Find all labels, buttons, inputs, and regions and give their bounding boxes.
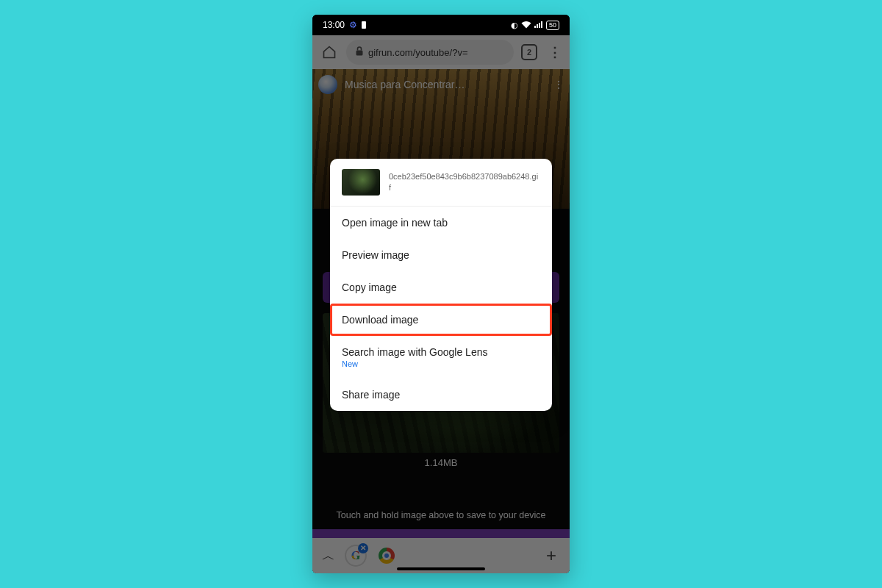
gesture-nav-pill[interactable] [397, 567, 485, 570]
tabs-button[interactable]: 2 [521, 44, 537, 60]
menu-item-copy-image[interactable]: Copy image [330, 271, 552, 304]
chrome-app-icon[interactable] [379, 548, 395, 564]
video-title: Musica para Concentrar… [345, 79, 465, 90]
battery-indicator: 50 [546, 21, 559, 30]
image-context-menu: 0ceb23ef50e843c9b6b8237089ab6248.gif Ope… [330, 159, 552, 411]
status-time: 13:00 [323, 20, 345, 30]
phone-frame: 13:00 ⚙ ◐ 50 gifrun.com/youtu [312, 15, 570, 573]
wifi-icon [521, 21, 531, 30]
signal-icon [534, 21, 543, 29]
url-text: gifrun.com/youtube/?v= [368, 47, 468, 58]
home-button[interactable] [317, 40, 342, 65]
status-bar: 13:00 ⚙ ◐ 50 [312, 15, 570, 35]
lock-icon [355, 46, 364, 58]
menu-item-preview-image[interactable]: Preview image [330, 239, 552, 271]
google-app-icon[interactable]: GGGG ✕ [345, 545, 367, 567]
svg-rect-3 [541, 21, 542, 28]
menu-item-download-image[interactable]: Download image [330, 304, 552, 336]
chrome-menu-button[interactable]: ⋮ [545, 44, 565, 60]
channel-avatar[interactable] [318, 75, 337, 94]
file-size-label: 1.14MB [312, 457, 570, 468]
chrome-toolbar: gifrun.com/youtube/?v= 2 ⋮ [312, 35, 570, 69]
save-hint: Touch and hold image above to save to yo… [312, 510, 570, 520]
key-icon [362, 21, 366, 29]
context-menu-thumbnail [342, 169, 380, 196]
new-tab-button[interactable]: + [539, 545, 564, 566]
settings-icon: ⚙ [349, 20, 357, 30]
video-more-button[interactable]: ⋮ [553, 79, 564, 90]
expand-chevron-icon[interactable]: ︿ [318, 547, 339, 564]
context-menu-header: 0ceb23ef50e843c9b6b8237089ab6248.gif [330, 159, 552, 207]
svg-rect-2 [539, 23, 540, 28]
context-menu-filename: 0ceb23ef50e843c9b6b8237089ab6248.gif [389, 171, 540, 193]
menu-item-open-new-tab[interactable]: Open image in new tab [330, 207, 552, 239]
svg-rect-4 [356, 51, 363, 56]
vibrate-icon: ◐ [511, 21, 518, 29]
new-badge: New [342, 359, 540, 368]
close-badge-icon[interactable]: ✕ [358, 543, 368, 553]
menu-item-search-google-lens[interactable]: Search image with Google Lens New [330, 336, 552, 379]
svg-rect-1 [537, 24, 538, 28]
svg-rect-0 [534, 26, 536, 28]
menu-item-share-image[interactable]: Share image [330, 379, 552, 411]
address-bar[interactable]: gifrun.com/youtube/?v= [346, 40, 514, 65]
